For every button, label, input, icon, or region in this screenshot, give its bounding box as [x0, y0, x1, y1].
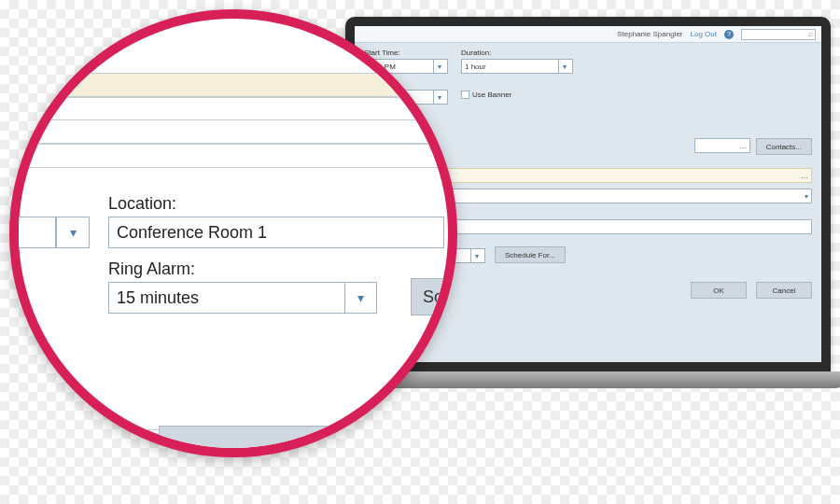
ellipsis-icon: … [739, 142, 747, 150]
location-value: Conference Room 1 [117, 223, 267, 243]
cancel-button[interactable]: Cancel [756, 282, 812, 299]
location-input[interactable]: Conference Room 1 [108, 217, 444, 248]
start-time-label: Start Time: [364, 49, 448, 57]
ring-alarm-label: Ring Alarm: [108, 259, 195, 279]
chevron-down-icon: ▾ [344, 283, 376, 313]
ellipsis-icon: … [801, 172, 808, 180]
chevron-down-icon: ▾ [470, 249, 482, 262]
chevron-down-icon: ▾ [558, 60, 569, 73]
use-banner-label: Use Banner [472, 91, 511, 99]
zoom-strip [19, 119, 457, 144]
duration-value: 1 hour [465, 63, 486, 71]
ring-alarm-value: 15 minutes [109, 288, 206, 308]
schedule-prefix: Sc [423, 287, 442, 307]
use-banner-checkbox[interactable]: Use Banner [461, 91, 511, 99]
zoom-divider [19, 97, 457, 98]
chevron-down-icon: ▾ [433, 91, 444, 104]
duration-label: Duration: [461, 49, 573, 57]
logout-link[interactable]: Log Out [691, 30, 717, 38]
topbar: Stephanie Spangler Log Out ? [355, 26, 821, 43]
help-icon[interactable]: ? [724, 30, 734, 39]
ring-alarm-select[interactable]: 15 minutes ▾ [108, 282, 377, 314]
zoom-left-field[interactable] [9, 217, 56, 248]
contacts-button[interactable]: Contacts... [756, 138, 812, 155]
search-input[interactable] [741, 29, 816, 40]
zoom-bottom-button[interactable] [159, 426, 345, 454]
checkbox-icon [461, 91, 469, 99]
chevron-down-icon: ▾ [805, 192, 808, 201]
magnifier-content: ▾ ▾ Location: Conference Room 1 Ring Ala… [19, 19, 457, 457]
zoom-dropdown-caret[interactable]: ▾ [56, 217, 90, 248]
contacts-field[interactable]: … [694, 138, 750, 153]
magnifier-lens: ▾ ▾ Location: Conference Room 1 Ring Ala… [9, 9, 457, 457]
duration-select[interactable]: 1 hour ▾ [461, 59, 573, 74]
location-label: Location: [108, 194, 176, 214]
zoom-strip [19, 73, 457, 97]
schedule-for-button[interactable]: Schedule For... [495, 246, 566, 263]
topbar-user: Stephanie Spangler [617, 30, 682, 38]
chevron-down-icon: ▾ [433, 60, 444, 73]
zoom-strip [19, 144, 457, 168]
ok-button[interactable]: OK [691, 282, 747, 299]
